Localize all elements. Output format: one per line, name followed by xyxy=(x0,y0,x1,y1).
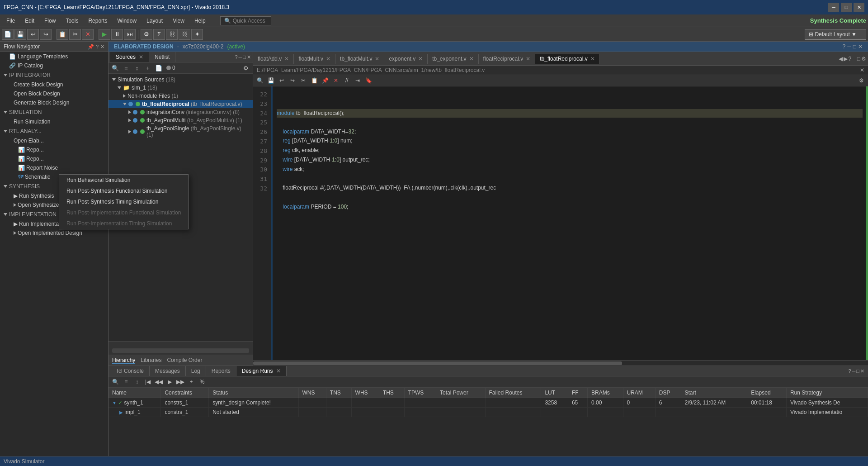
dr-next-btn[interactable]: ▶▶ xyxy=(175,377,185,386)
sigma-button[interactable]: Σ xyxy=(153,29,165,40)
code-save-btn[interactable]: 💾 xyxy=(266,76,276,85)
dr-prev-btn[interactable]: ◀◀ xyxy=(154,377,164,386)
undo-button[interactable]: ↩ xyxy=(27,29,39,40)
code-editor-min-btn[interactable]: ─ xyxy=(852,56,856,62)
dr-percent-btn[interactable]: % xyxy=(197,377,207,386)
nav-ip-catalog[interactable]: 🔗 IP Catalog xyxy=(0,61,108,70)
ctx-run-behavioral[interactable]: Run Behavioral Simulation xyxy=(59,175,188,185)
delete-button[interactable]: ✕ xyxy=(82,29,94,40)
tab-design-runs[interactable]: Design Runs ✕ xyxy=(236,366,287,376)
tab-tcl-console[interactable]: Tcl Console xyxy=(110,366,150,376)
connect-button[interactable]: ⛓ xyxy=(166,29,178,40)
table-row[interactable]: ▼ ✓ synth_1 constrs_1 synth_design Compl… xyxy=(108,398,868,408)
redo-button[interactable]: ↪ xyxy=(40,29,52,40)
nav-open-block-design[interactable]: Open Block Design xyxy=(0,89,108,98)
code-tab-tb-floatmult-close[interactable]: ✕ xyxy=(375,56,379,62)
code-tab-floatadd[interactable]: floatAdd.v ✕ xyxy=(253,54,294,64)
sources-sort-btn[interactable]: ↕ xyxy=(132,63,142,72)
minimize-button[interactable]: ─ xyxy=(828,3,839,12)
code-tab-floatmult[interactable]: floatMult.v ✕ xyxy=(294,54,335,64)
disconnect-button[interactable]: ⛓ xyxy=(179,29,190,40)
step-button[interactable]: ⏭ xyxy=(124,29,136,40)
sources-search-btn[interactable]: 🔍 xyxy=(110,63,120,72)
menu-window[interactable]: Window xyxy=(113,16,141,25)
code-paste-btn[interactable]: 📌 xyxy=(320,76,330,85)
sources-collapse-btn[interactable]: ≡ xyxy=(121,63,131,72)
code-nav-next-btn[interactable]: ▶ xyxy=(844,56,848,62)
ctx-run-post-synth-timing[interactable]: Run Post-Synthesis Timing Simulation xyxy=(59,196,188,207)
code-tab-floatreciprocal-close[interactable]: ✕ xyxy=(526,56,530,62)
code-redo-btn[interactable]: ↪ xyxy=(288,76,297,85)
code-tab-tb-floatreciprocal-close[interactable]: ✕ xyxy=(590,56,595,62)
save-button[interactable]: 💾 xyxy=(14,29,26,40)
sources-max-btn[interactable]: □ xyxy=(243,54,246,60)
nav-open-elab[interactable]: Open Elab... xyxy=(0,136,108,145)
sources-add-btn[interactable]: + xyxy=(143,63,153,72)
menu-reports[interactable]: Reports xyxy=(84,16,112,25)
code-tab-tb-floatmult[interactable]: tb_floatMult.v ✕ xyxy=(335,54,384,64)
run-button[interactable]: ▶ xyxy=(99,29,110,40)
sources-help-btn[interactable]: ? xyxy=(235,54,237,60)
nav-create-block-design[interactable]: Create Block Design xyxy=(0,80,108,89)
tab-design-runs-close[interactable]: ✕ xyxy=(276,368,281,374)
elab-max-btn[interactable]: □ xyxy=(853,43,856,50)
flow-nav-pin[interactable]: 📌 xyxy=(88,44,94,50)
code-indent-btn[interactable]: ⇥ xyxy=(353,76,363,85)
menu-file[interactable]: File xyxy=(2,16,19,25)
bottom-close-btn[interactable]: ✕ xyxy=(860,368,864,374)
menu-tools[interactable]: Tools xyxy=(61,16,83,25)
elab-close-btn[interactable]: ✕ xyxy=(858,43,863,50)
close-button[interactable]: ✕ xyxy=(854,3,864,12)
tree-tb-avg-single[interactable]: tb_AvgPoolSingle (tb_AvgPoolSingle.v) (1… xyxy=(108,124,253,139)
code-editor-max-btn[interactable]: □ xyxy=(857,56,860,62)
tree-non-module[interactable]: Non-module Files (1) xyxy=(108,92,253,100)
nav-report-2[interactable]: 📊 Repo... xyxy=(0,154,108,163)
nav-run-simulation[interactable]: Run Simulation xyxy=(0,117,108,126)
elab-help-btn[interactable]: ? xyxy=(843,43,846,50)
code-comment-btn[interactable]: // xyxy=(342,76,352,85)
flow-nav-help[interactable]: ? xyxy=(96,44,99,50)
cut-button[interactable]: ✂ xyxy=(69,29,81,40)
sources-props-btn[interactable]: 📄 xyxy=(154,63,164,72)
code-tab-exponent-close[interactable]: ✕ xyxy=(418,56,423,62)
tab-log[interactable]: Log xyxy=(186,366,206,376)
tree-sim-sources-root[interactable]: Simulation Sources (18) xyxy=(108,76,253,84)
dr-play-btn[interactable]: ▶ xyxy=(165,377,175,386)
dr-add-btn[interactable]: + xyxy=(186,377,196,386)
new-button[interactable]: 📄 xyxy=(2,29,14,40)
code-delete-btn[interactable]: ✕ xyxy=(331,76,341,85)
code-editor-settings-btn[interactable]: ⚙ xyxy=(861,56,866,62)
ctx-run-post-synth-functional[interactable]: Run Post-Synthesis Functional Simulation xyxy=(59,185,188,196)
menu-layout[interactable]: Layout xyxy=(142,16,167,25)
code-copy-btn[interactable]: 📋 xyxy=(309,76,319,85)
sources-close-btn[interactable]: ✕ xyxy=(247,54,251,60)
code-bookmark-btn[interactable]: 🔖 xyxy=(363,76,373,85)
dr-sort-btn[interactable]: ↕ xyxy=(132,377,142,386)
code-lines[interactable]: module tb_floatReciprocal(); localparam … xyxy=(271,86,868,360)
nav-section-simulation[interactable]: SIMULATION xyxy=(0,107,108,117)
sources-min-btn[interactable]: ─ xyxy=(239,54,242,60)
bottom-help-btn[interactable]: ? xyxy=(848,368,851,374)
tree-sim-1[interactable]: 📁 sim_1 (18) xyxy=(108,84,253,92)
flow-nav-close[interactable]: ✕ xyxy=(100,44,104,50)
menu-help[interactable]: Help xyxy=(190,16,210,25)
more-button[interactable]: ✦ xyxy=(191,29,203,40)
code-tab-tb-floatreciprocal[interactable]: tb_floatReciprocal.v ✕ xyxy=(535,54,599,64)
tab-reports[interactable]: Reports xyxy=(206,366,236,376)
tree-tb-float-reciprocal[interactable]: tb_floatReciprocal (tb_floatReciprocal.v… xyxy=(108,100,253,108)
code-undo-btn[interactable]: ↩ xyxy=(277,76,287,85)
tab-netlist[interactable]: Netlist xyxy=(149,52,175,62)
tab-sources-close-btn[interactable]: ✕ xyxy=(139,54,143,60)
pause-button[interactable]: ⏸ xyxy=(111,29,123,40)
code-settings-btn[interactable]: ⚙ xyxy=(856,76,866,85)
dr-collapse-btn[interactable]: ≡ xyxy=(121,377,131,386)
nav-open-implemented[interactable]: Open Implemented Design xyxy=(0,228,108,238)
bottom-max-btn[interactable]: □ xyxy=(856,368,859,374)
nav-report-1[interactable]: 📊 Repo... xyxy=(0,145,108,154)
menu-view[interactable]: View xyxy=(168,16,189,25)
code-path-close-btn[interactable]: ✕ xyxy=(860,67,864,73)
tab-messages[interactable]: Messages xyxy=(150,366,186,376)
code-tab-floatmult-close[interactable]: ✕ xyxy=(326,56,330,62)
settings-button[interactable]: ⚙ xyxy=(141,29,152,40)
sources-settings-btn[interactable]: ⚙ xyxy=(241,63,251,72)
